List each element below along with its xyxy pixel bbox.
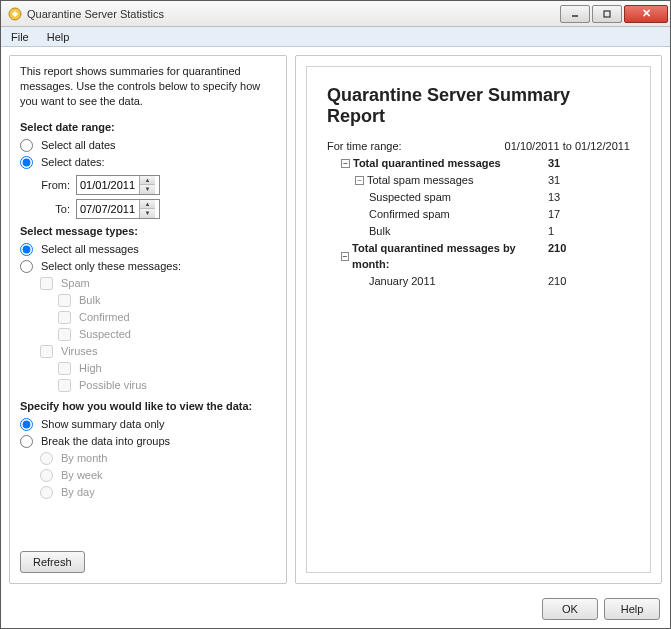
january-label: January 2011 <box>327 274 436 290</box>
select-only-these-radio[interactable] <box>20 260 33 273</box>
break-groups-radio[interactable] <box>20 435 33 448</box>
by-day-label: By day <box>61 486 95 498</box>
by-day-option[interactable]: By day <box>40 486 276 499</box>
bulk-spam-value: 1 <box>530 224 630 240</box>
from-date-input[interactable] <box>77 176 139 194</box>
confirmed-label: Confirmed <box>79 311 130 323</box>
high-checkbox <box>58 362 71 375</box>
help-button[interactable]: Help <box>604 598 660 620</box>
select-dates-option[interactable]: Select dates: <box>20 156 276 169</box>
app-window: Quarantine Server Statistics ✕ File Help… <box>0 0 671 629</box>
show-summary-option[interactable]: Show summary data only <box>20 418 276 431</box>
to-spin-buttons: ▲ ▼ <box>139 200 155 218</box>
to-date-spinner[interactable]: ▲ ▼ <box>76 199 160 219</box>
menu-file[interactable]: File <box>5 29 35 45</box>
bulk-spam-row: Bulk 1 <box>327 224 630 240</box>
from-spin-down[interactable]: ▼ <box>140 185 155 194</box>
total-quarantined-label: Total quarantined messages <box>353 156 501 172</box>
from-row: From: ▲ ▼ <box>34 175 276 195</box>
by-month-radio <box>40 452 53 465</box>
possible-virus-checkbox <box>58 379 71 392</box>
to-spin-up[interactable]: ▲ <box>140 200 155 210</box>
confirmed-check-option[interactable]: Confirmed <box>58 311 276 324</box>
time-range-label: For time range: <box>327 139 402 155</box>
total-spam-label: Total spam messages <box>367 173 473 189</box>
select-all-messages-option[interactable]: Select all messages <box>20 243 276 256</box>
by-month-label: By month <box>61 452 107 464</box>
from-spin-buttons: ▲ ▼ <box>139 176 155 194</box>
from-date-spinner[interactable]: ▲ ▼ <box>76 175 160 195</box>
by-day-radio <box>40 486 53 499</box>
select-only-these-option[interactable]: Select only these messages: <box>20 260 276 273</box>
total-spam-value: 31 <box>530 173 630 189</box>
by-month-total-value: 210 <box>530 241 630 273</box>
viruses-label: Viruses <box>61 345 97 357</box>
panel-description: This report shows summaries for quaranti… <box>20 64 276 109</box>
viruses-checkbox <box>40 345 53 358</box>
to-label: To: <box>34 203 70 215</box>
dialog-buttons: OK Help <box>1 592 670 628</box>
suspected-spam-label: Suspected spam <box>327 190 451 206</box>
ok-button[interactable]: OK <box>542 598 598 620</box>
by-week-label: By week <box>61 469 103 481</box>
titlebar: Quarantine Server Statistics ✕ <box>1 1 670 27</box>
bulk-spam-label: Bulk <box>327 224 390 240</box>
possible-virus-label: Possible virus <box>79 379 147 391</box>
by-month-row: − Total quarantined messages by month: 2… <box>327 241 630 273</box>
high-check-option[interactable]: High <box>58 362 276 375</box>
total-quarantined-row: − Total quarantined messages 31 <box>327 156 630 172</box>
from-spin-up[interactable]: ▲ <box>140 176 155 186</box>
suspected-label: Suspected <box>79 328 131 340</box>
confirmed-spam-row: Confirmed spam 17 <box>327 207 630 223</box>
viruses-check-option[interactable]: Viruses <box>40 345 276 358</box>
by-week-option[interactable]: By week <box>40 469 276 482</box>
high-label: High <box>79 362 102 374</box>
minimize-button[interactable] <box>560 5 590 23</box>
svg-rect-2 <box>604 11 610 17</box>
suspected-spam-row: Suspected spam 13 <box>327 190 630 206</box>
collapse-icon[interactable]: − <box>341 159 350 168</box>
to-date-input[interactable] <box>77 200 139 218</box>
time-range-value: 01/10/2011 to 01/12/2011 <box>487 139 630 155</box>
close-button[interactable]: ✕ <box>624 5 668 23</box>
confirmed-checkbox <box>58 311 71 324</box>
by-month-option[interactable]: By month <box>40 452 276 465</box>
collapse-icon[interactable]: − <box>355 176 364 185</box>
select-dates-radio[interactable] <box>20 156 33 169</box>
bulk-check-option[interactable]: Bulk <box>58 294 276 307</box>
break-groups-option[interactable]: Break the data into groups <box>20 435 276 448</box>
select-all-messages-label: Select all messages <box>41 243 139 255</box>
from-label: From: <box>34 179 70 191</box>
spam-check-option[interactable]: Spam <box>40 277 276 290</box>
select-all-dates-option[interactable]: Select all dates <box>20 139 276 152</box>
msg-types-header: Select message types: <box>20 225 276 237</box>
spam-checkbox <box>40 277 53 290</box>
total-quarantined-value: 31 <box>530 156 630 172</box>
maximize-button[interactable] <box>592 5 622 23</box>
confirmed-spam-value: 17 <box>530 207 630 223</box>
suspected-checkbox <box>58 328 71 341</box>
to-row: To: ▲ ▼ <box>34 199 276 219</box>
break-groups-label: Break the data into groups <box>41 435 170 447</box>
select-all-messages-radio[interactable] <box>20 243 33 256</box>
select-all-dates-radio[interactable] <box>20 139 33 152</box>
possible-virus-check-option[interactable]: Possible virus <box>58 379 276 392</box>
date-range-header: Select date range: <box>20 121 276 133</box>
bulk-checkbox <box>58 294 71 307</box>
menu-help[interactable]: Help <box>41 29 76 45</box>
view-data-header: Specify how you would like to view the d… <box>20 400 276 412</box>
window-title: Quarantine Server Statistics <box>27 8 558 20</box>
january-row: January 2011 210 <box>327 274 630 290</box>
options-panel: This report shows summaries for quaranti… <box>9 55 287 584</box>
report-title: Quarantine Server Summary Report <box>327 85 630 127</box>
menubar: File Help <box>1 27 670 47</box>
suspected-check-option[interactable]: Suspected <box>58 328 276 341</box>
select-dates-label: Select dates: <box>41 156 105 168</box>
show-summary-radio[interactable] <box>20 418 33 431</box>
total-spam-row: − Total spam messages 31 <box>327 173 630 189</box>
collapse-icon[interactable]: − <box>341 252 349 261</box>
app-icon <box>7 6 23 22</box>
refresh-button[interactable]: Refresh <box>20 551 85 573</box>
date-inputs: From: ▲ ▼ To: ▲ ▼ <box>34 171 276 219</box>
to-spin-down[interactable]: ▼ <box>140 209 155 218</box>
